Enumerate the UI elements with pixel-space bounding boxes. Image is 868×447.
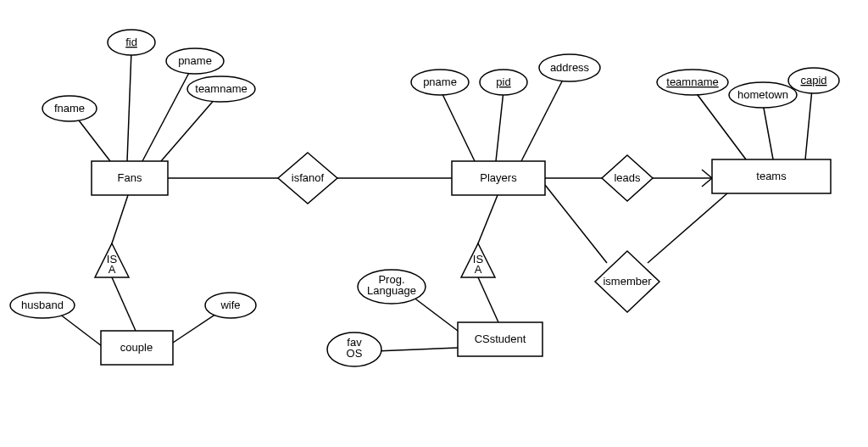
attr-wife: wife xyxy=(205,293,256,318)
svg-line-1 xyxy=(127,51,131,161)
isa-players-csstudent: IS A xyxy=(461,243,495,277)
entity-players: Players xyxy=(452,161,545,195)
svg-line-6 xyxy=(521,78,564,161)
entity-label: Fans xyxy=(118,171,142,184)
isa-fans-couple: IS A xyxy=(95,243,129,277)
attr-hometown: hometown xyxy=(729,82,797,108)
attr-fname: fname xyxy=(42,96,97,121)
svg-line-3 xyxy=(161,98,216,161)
entity-label: teams xyxy=(756,170,787,182)
svg-line-16 xyxy=(478,195,498,243)
attr-capid: capid xyxy=(788,68,839,93)
attr-husband: husband xyxy=(10,293,75,318)
svg-line-22 xyxy=(545,185,607,263)
svg-text:A: A xyxy=(475,263,482,276)
svg-text:address: address xyxy=(550,61,590,74)
svg-text:teamname: teamname xyxy=(195,82,247,95)
svg-text:teamname: teamname xyxy=(666,75,718,88)
svg-line-13 xyxy=(376,348,458,351)
attr-proglang: Prog.Language xyxy=(358,270,426,304)
svg-line-8 xyxy=(763,103,773,159)
entity-csstudent: CSstudent xyxy=(458,322,542,356)
svg-text:fid: fid xyxy=(125,36,137,48)
svg-line-17 xyxy=(478,277,498,322)
relationship-label: isfanof xyxy=(292,171,325,184)
svg-text:OS: OS xyxy=(347,347,363,360)
svg-text:fname: fname xyxy=(54,102,85,115)
svg-line-2 xyxy=(142,70,191,161)
svg-text:wife: wife xyxy=(220,299,240,311)
svg-line-0 xyxy=(76,117,110,161)
svg-line-23 xyxy=(648,193,727,263)
svg-line-15 xyxy=(112,277,136,331)
relationship-label: leads xyxy=(614,171,641,184)
entity-label: CSstudent xyxy=(475,332,526,345)
svg-line-4 xyxy=(441,91,475,161)
svg-text:pname: pname xyxy=(178,54,212,67)
entity-label: couple xyxy=(120,341,153,354)
attr-favos: favOS xyxy=(327,332,381,366)
svg-text:A: A xyxy=(108,263,116,276)
svg-text:pname: pname xyxy=(423,75,457,88)
attr-teamname-teams: teamname xyxy=(657,70,728,95)
svg-text:Language: Language xyxy=(367,284,416,297)
er-diagram: Fans Players teams couple CSstudent isfa… xyxy=(10,30,839,366)
svg-text:pid: pid xyxy=(496,75,510,88)
svg-line-11 xyxy=(173,312,219,343)
entity-label: Players xyxy=(480,171,517,184)
relationship-label: ismember xyxy=(603,275,652,288)
attr-pname-players: pname xyxy=(411,70,469,95)
svg-line-14 xyxy=(112,195,128,243)
relationship-isfanof: isfanof xyxy=(278,153,337,204)
svg-text:hometown: hometown xyxy=(737,88,788,101)
entity-fans: Fans xyxy=(92,161,168,195)
entity-teams: teams xyxy=(712,159,831,193)
attr-pname-fans: pname xyxy=(166,48,224,74)
svg-line-9 xyxy=(805,89,812,159)
attr-teamname-fans: teamname xyxy=(187,76,255,102)
svg-text:husband: husband xyxy=(21,299,64,311)
entity-couple: couple xyxy=(101,331,173,365)
svg-line-5 xyxy=(496,91,504,161)
attr-fid: fid xyxy=(108,30,155,55)
svg-line-12 xyxy=(413,297,458,331)
attr-pid: pid xyxy=(480,70,527,95)
relationship-leads: leads xyxy=(602,155,653,201)
attr-address: address xyxy=(539,54,600,81)
svg-line-10 xyxy=(59,314,102,346)
svg-text:capid: capid xyxy=(800,74,826,87)
